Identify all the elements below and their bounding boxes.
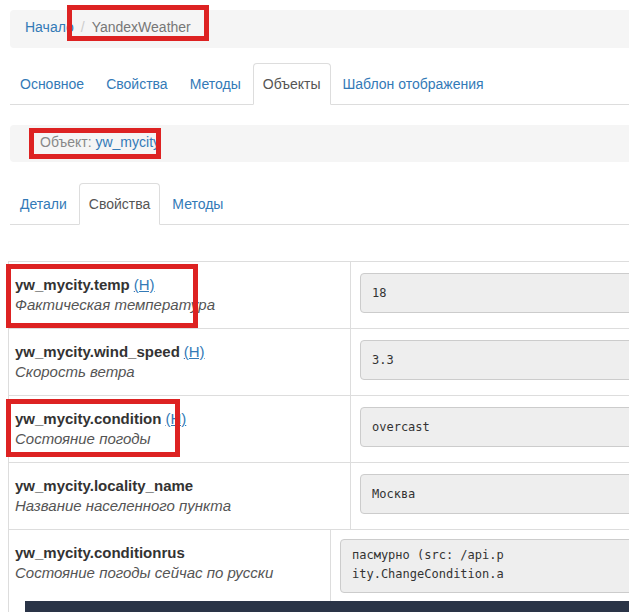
property-value-cell [351,396,629,462]
property-label-cell: yw_mycity.wind_speed(Н) Скорость ветра [9,329,351,395]
object-bar: Объект: yw_mycity [10,125,629,162]
property-name: yw_mycity.conditionrus [15,543,320,563]
property-value-cell [351,329,629,395]
properties-table: yw_mycity.temp(Н) Фактическая температур… [8,261,629,612]
bottom-panel-edge [25,601,629,612]
object-properties-page: Начало/YandexWeather Основное Свойства М… [0,0,629,612]
property-row-wind-speed: yw_mycity.wind_speed(Н) Скорость ветра [9,329,629,396]
tab-metody-label[interactable]: Методы [180,63,251,105]
property-row-temp: yw_mycity.temp(Н) Фактическая температур… [9,262,629,329]
property-label-cell: yw_mycity.condition(Н) Состояние погоды [9,396,351,462]
property-label-cell: yw_mycity.conditionrus Состояние погоды … [9,530,331,612]
property-description: Фактическая температура [15,295,340,315]
property-name: yw_mycity.temp [15,276,130,293]
history-link[interactable]: (Н) [184,343,205,360]
property-value-input-condition[interactable] [360,407,629,447]
tab-svoystva[interactable]: Свойства [96,63,177,105]
tab-obekty[interactable]: Объекты [253,63,331,105]
property-description: Скорость ветра [15,362,340,382]
property-value-input-temp[interactable] [360,273,629,313]
tab-obekty-label[interactable]: Объекты [253,63,331,105]
property-name: yw_mycity.locality_name [15,476,340,496]
tab-shablon[interactable]: Шаблон отображения [333,63,494,105]
breadcrumb-separator: / [81,19,85,35]
subtab-detali[interactable]: Детали [10,183,77,225]
property-value-cell [351,463,629,529]
property-row-locality-name: yw_mycity.locality_name Название населен… [9,463,629,530]
tab-osnovnoe[interactable]: Основное [10,63,94,105]
history-link[interactable]: (Н) [134,276,155,293]
property-label-cell: yw_mycity.temp(Н) Фактическая температур… [9,262,351,328]
property-description: Состояние погоды [15,429,340,449]
property-name: yw_mycity.condition [15,410,161,427]
property-value-input-wind-speed[interactable] [360,340,629,380]
tab-metody[interactable]: Методы [180,63,251,105]
subtab-detali-label[interactable]: Детали [10,183,77,225]
tab-shablon-label[interactable]: Шаблон отображения [333,63,494,105]
property-value-cell: пасмурно (src: /api.p ity.ChangeConditio… [331,530,629,612]
property-description: Состояние погоды сейчас по русски [15,563,320,583]
property-value-cell [351,262,629,328]
main-tab-bar: Основное Свойства Методы Объекты Шаблон … [10,63,629,105]
tab-svoystva-label[interactable]: Свойства [96,63,177,105]
subtab-svoystva[interactable]: Свойства [79,183,160,225]
subtab-svoystva-label[interactable]: Свойства [79,183,160,225]
sub-tab-bar: Детали Свойства Методы [10,183,629,225]
property-row-conditionrus: yw_mycity.conditionrus Состояние погоды … [9,530,629,612]
property-description: Название населенного пункта [15,496,340,516]
tab-osnovnoe-label[interactable]: Основное [10,63,94,105]
subtab-metody-label[interactable]: Методы [162,183,233,225]
property-value-input-locality-name[interactable] [360,474,629,514]
history-link[interactable]: (Н) [165,410,186,427]
breadcrumb-current: YandexWeather [92,19,191,35]
property-row-condition: yw_mycity.condition(Н) Состояние погоды [9,396,629,463]
breadcrumb-home-link[interactable]: Начало [25,19,74,35]
property-label-cell: yw_mycity.locality_name Название населен… [9,463,351,529]
subtab-metody[interactable]: Методы [162,183,233,225]
object-bar-label: Объект: [40,134,92,150]
property-name: yw_mycity.wind_speed [15,343,180,360]
property-value-textarea-conditionrus[interactable]: пасмурно (src: /api.p ity.ChangeConditio… [340,539,629,593]
object-name-link[interactable]: yw_mycity [95,134,160,150]
breadcrumb: Начало/YandexWeather [10,10,629,48]
